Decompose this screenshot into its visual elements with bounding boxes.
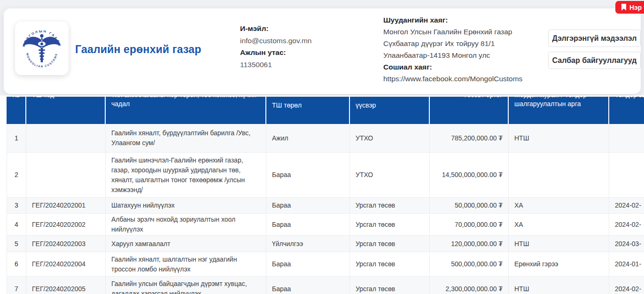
procurement-method-cell: Ерөнхий гэрээ [509, 252, 609, 276]
tender-name-cell: Гаалийн хяналт, бүрдүүлэлтийн барилга /У… [106, 124, 266, 152]
contact-block: И-мэйл: info@customs.gov.mn Ажлын утас: … [240, 23, 311, 70]
row-number-cell: 1 [7, 124, 26, 152]
row-number-cell: 2 [7, 153, 26, 197]
row-number-cell: 7 [7, 277, 26, 294]
tender-name-cell: Харуул хамгаалалт [106, 236, 266, 252]
announce-date-cell: 2024-02- [609, 214, 644, 235]
table-header-row: № ТШ код Үйл ажиллагааны нэр төрөл, тоо … [7, 97, 644, 124]
address-line-2: Сүхбаатар дүүрэг Их тойруу 81/1 [383, 38, 522, 49]
tender-name-cell: Албаны эрэлч нохойд зориулалтын хоол ний… [106, 214, 266, 235]
social-address-label: Сошиал хаяг: [383, 61, 522, 73]
table-row: 4 ГЕГ/20240202002 Албаны эрэлч нохойд зо… [7, 214, 644, 236]
table-row: 2 Гаалийн шинэчлэл-Гаалийн ерөнхий газар… [7, 153, 644, 198]
budget-source-cell: УТХО [350, 153, 430, 197]
tender-name-cell: Гаалийн хяналт, шалгалтын нэг удаагийн т… [106, 252, 266, 276]
col-header-procurement-method: Мөрдөх журам / Тендер шалгаруулалтын арг… [509, 97, 609, 124]
email-value: info@customs.gov.mn [240, 35, 311, 47]
table-row: 6 ГЕГ/20240202004 Гаалийн хяналт, шалгал… [7, 252, 644, 277]
org-title: Гаалийн ерөнхий газар [75, 43, 202, 56]
announce-date-cell [609, 124, 644, 152]
org-header-card: МОНГОЛЫН ГААЛЬ MONGOLIAN CUSTOMS Гаал [4, 8, 641, 94]
tender-code-cell: ГЕГ/20240202004 [26, 252, 106, 276]
address-block: Шуудангийн хаяг: Монгол Улсын Гаалийн Ер… [383, 14, 522, 85]
budget-source-cell: Урсгал төсөв [350, 236, 430, 252]
announce-date-cell [609, 153, 644, 197]
budget-source-cell: Урсгал төсөв [350, 277, 430, 294]
tender-type-cell: Бараа [266, 198, 350, 213]
col-header-budget-amount: Төсөвт өртөг [430, 97, 509, 124]
row-number-cell: 6 [7, 252, 26, 276]
tender-code-cell [26, 153, 106, 197]
address-line-3: Улаанбаатар-14193 Монгол улс [383, 49, 522, 61]
branches-button[interactable]: Салбар байгууллагууд [548, 52, 641, 69]
procurement-method-cell [509, 153, 609, 197]
announce-date-cell: 2024-02- [609, 277, 644, 294]
tender-code-cell: ГЕГ/20240202002 [26, 214, 106, 235]
tender-type-cell: Бараа [266, 252, 350, 276]
phone-value: 11350061 [240, 59, 311, 71]
tender-name-cell: Гаалийн улсын байцаагчдын дүрэмт хувцас,… [106, 277, 266, 294]
budget-amount-cell: 785,200,000.00 ₮ [430, 124, 509, 152]
tender-code-cell: ГЕГ/20240202005 [26, 277, 106, 294]
tender-type-cell: Үйлчилгээ [266, 236, 350, 252]
budget-amount-cell: 70,000,000.00 ₮ [430, 214, 509, 235]
col-header-tender-type: ТШ төрөл [266, 97, 350, 124]
badge-label: Нэр т [629, 4, 644, 11]
bookmark-icon [621, 4, 627, 11]
budget-source-cell: Урсгал төсөв [350, 252, 430, 276]
tender-name-cell: Шатахуун нийлүүлэх [106, 198, 266, 213]
col-header-announce-date: Тендер зарлах огноо [609, 97, 644, 124]
budget-amount-cell: 14,500,000,000.00 ₮ [430, 153, 509, 197]
phone-label: Ажлын утас: [240, 46, 311, 59]
table-row: 7 ГЕГ/20240202005 Гаалийн улсын байцаагч… [7, 277, 644, 294]
tender-code-cell: ГЕГ/20240202001 [26, 198, 106, 213]
budget-amount-cell: 500,000,000.00 ₮ [430, 252, 509, 276]
org-logo: МОНГОЛЫН ГААЛЬ MONGOLIAN CUSTOMS [15, 22, 69, 75]
announce-date-cell: 2024-02- [609, 198, 644, 213]
procurement-method-cell: НТШ [509, 124, 609, 152]
budget-source-cell: Урсгал төсөв [350, 198, 430, 213]
details-button[interactable]: Дэлгэрэнгүй мэдээлэл [548, 30, 641, 47]
postal-address-label: Шуудангийн хаяг: [383, 14, 522, 26]
tender-code-cell: ГЕГ/20240202003 [26, 236, 106, 252]
procurement-method-cell: ХА [509, 198, 609, 213]
col-header-tender-name: Үйл ажиллагааны нэр төрөл, тоо хэмжээ, х… [106, 97, 266, 124]
budget-source-cell: УТХО [350, 124, 430, 152]
tender-type-cell: Бараа [266, 214, 350, 235]
table-row: 5 ГЕГ/20240202003 Харуул хамгаалалт Үйлч… [7, 236, 644, 252]
tender-code-cell [26, 124, 106, 152]
email-label: И-мэйл: [240, 23, 311, 35]
procurement-method-cell: НТШ [509, 236, 609, 252]
procurement-method-cell: НТШ [509, 277, 609, 294]
facebook-link[interactable]: https://www.facebook.com/MongolCustoms [383, 73, 522, 85]
announce-date-cell: 2024-03- [609, 236, 644, 252]
budget-amount-cell: 120,000,000.00 ₮ [430, 236, 509, 252]
table-row: 1 Гаалийн хяналт, бүрдүүлэлтийн барилга … [7, 124, 644, 153]
budget-amount-cell: 50,000,000.00 ₮ [430, 198, 509, 213]
announce-date-cell: 2024-01- [609, 252, 644, 276]
col-header-tender-code: ТШ код [26, 97, 106, 124]
address-line-1: Монгол Улсын Гаалийн Ерөнхий газар [383, 26, 522, 38]
name-badge-button[interactable]: Нэр т [615, 1, 644, 14]
row-number-cell: 3 [7, 198, 26, 213]
col-header-budget-source: үүсвэр [350, 97, 430, 124]
tender-type-cell: Бараа [266, 153, 350, 197]
procurement-method-cell: ХА [509, 214, 609, 235]
tender-type-cell: Ажил [266, 124, 350, 152]
tender-name-cell: Гаалийн шинэчлэл-Гаалийн ерөнхий газар, … [106, 153, 266, 197]
table-row: 3 ГЕГ/20240202001 Шатахуун нийлүүлэх Бар… [7, 198, 644, 214]
row-number-cell: 5 [7, 236, 26, 252]
col-header-number: № [7, 97, 26, 124]
budget-source-cell: Урсгал төсөв [350, 214, 430, 235]
tender-type-cell: Бараа [266, 277, 350, 294]
mongolian-customs-seal-icon: МОНГОЛЫН ГААЛЬ MONGOLIAN CUSTOMS [19, 26, 64, 71]
tender-table: № ТШ код Үйл ажиллагааны нэр төрөл, тоо … [7, 97, 644, 294]
budget-amount-cell: 2,300,000,000.00 ₮ [430, 277, 509, 294]
row-number-cell: 4 [7, 214, 26, 235]
